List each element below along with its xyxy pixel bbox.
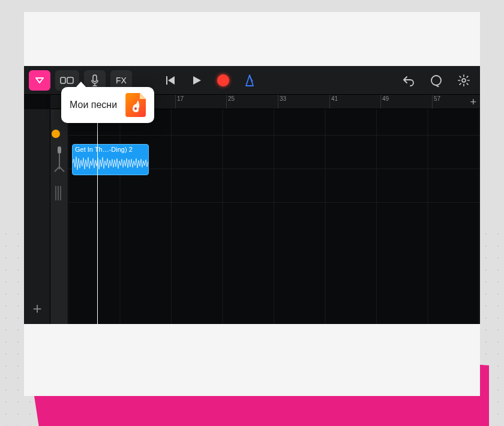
svg-rect-4 [166, 76, 167, 85]
garageband-file-icon [125, 93, 146, 117]
ruler-tick: 57 [432, 95, 440, 109]
mic-stand-icon [53, 145, 66, 173]
svg-marker-6 [193, 76, 201, 85]
ruler-tick: 33 [278, 95, 286, 109]
play-icon [191, 75, 202, 86]
svg-rect-2 [67, 77, 73, 83]
triangle-down-icon [35, 77, 44, 84]
loop-icon [430, 74, 443, 87]
track-headers-column [50, 109, 68, 324]
popover-title: Мои песни [70, 100, 117, 110]
ruler-tick: 17 [175, 95, 184, 109]
ruler-tick: 41 [329, 95, 338, 109]
browser-grid-icon [60, 76, 74, 85]
play-button[interactable] [186, 70, 208, 91]
go-to-start-button[interactable] [160, 70, 181, 91]
svg-point-9 [462, 79, 466, 82]
ruler-tick: 49 [380, 95, 389, 109]
microphone-icon [91, 74, 99, 86]
gear-icon [457, 74, 470, 87]
metronome-button[interactable] [239, 70, 260, 91]
fx-label: FX [116, 76, 127, 85]
skip-back-icon [165, 75, 176, 86]
record-button[interactable] [212, 70, 234, 91]
track-indicator-icon [52, 130, 60, 138]
record-icon [217, 74, 229, 86]
settings-button[interactable] [452, 70, 475, 91]
audio-region-label: Get In Th…-Ding) 2 [73, 145, 148, 153]
add-section-button[interactable]: + [470, 96, 476, 109]
svg-marker-0 [36, 78, 43, 83]
undo-icon [402, 74, 415, 86]
track-drag-handle-icon[interactable] [55, 186, 64, 200]
add-track-button[interactable]: + [30, 301, 44, 316]
waveform-icon [73, 153, 149, 173]
svg-rect-10 [58, 146, 61, 154]
outer-card: FX [24, 12, 480, 396]
svg-point-8 [431, 76, 441, 85]
svg-marker-5 [168, 76, 175, 85]
svg-rect-3 [93, 75, 97, 82]
loop-browser-button[interactable] [425, 70, 448, 91]
playhead[interactable] [97, 95, 98, 324]
svg-point-12 [134, 107, 137, 110]
my-songs-popover[interactable]: Мои песни [61, 87, 154, 123]
arrangement-grid[interactable] [68, 109, 480, 324]
undo-button[interactable] [397, 70, 420, 91]
my-songs-button[interactable] [29, 70, 50, 91]
svg-rect-1 [61, 77, 65, 83]
audio-region[interactable]: Get In Th…-Ding) 2 [72, 144, 149, 175]
metronome-icon [244, 74, 256, 87]
tracks-area: Get In Th…-Ding) 2 + [24, 109, 480, 324]
left-gutter [24, 109, 50, 324]
ruler-tick: 25 [226, 95, 235, 109]
